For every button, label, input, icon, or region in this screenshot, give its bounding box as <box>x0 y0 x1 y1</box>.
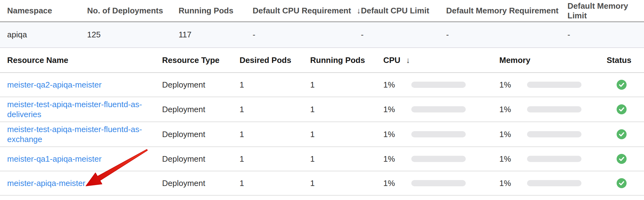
resource-row: meister-test-apiqa-meister-fluentd-as-de… <box>0 97 644 122</box>
column-header-label: Default CPU Limit <box>361 6 429 16</box>
running-pods-count: 1 <box>310 154 383 164</box>
desired-pods-count: 1 <box>240 154 310 164</box>
cpu-percent-label: 1% <box>383 130 411 139</box>
memory-usage-bar <box>527 82 581 88</box>
resource-type: Deployment <box>162 154 240 164</box>
status-cell <box>607 178 644 188</box>
cpu-usage-bar <box>411 156 466 162</box>
resource-name-cell: meister-test-apiqa-meister-fluentd-as-ex… <box>7 124 153 144</box>
cpu-percent-label: 1% <box>383 80 411 90</box>
resource-type: Deployment <box>162 105 240 114</box>
running-pods-count: 1 <box>310 179 383 188</box>
column-header-status[interactable]: Status <box>607 55 644 65</box>
resources-table: Resource NameResource TypeDesired PodsRu… <box>0 48 644 196</box>
column-header-label: Resource Type <box>162 55 219 65</box>
memory-percent-label: 1% <box>499 80 527 90</box>
column-header-no-of-deployments[interactable]: No. of Deployments <box>87 6 179 16</box>
memory-usage-cell: 1% <box>499 130 607 139</box>
running-pods-count: 1 <box>310 105 383 114</box>
cpu-usage-cell: 1% <box>383 80 499 90</box>
column-header-default-cpu-requirement[interactable]: Default CPU Requirement↓ <box>253 6 361 16</box>
resource-name-link[interactable]: meister-apiqa-meister <box>7 179 85 188</box>
column-header-resource-type[interactable]: Resource Type <box>162 55 240 65</box>
namespace-workloads-page: NamespaceNo. of DeploymentsRunning PodsD… <box>0 0 644 200</box>
cpu-usage-bar <box>411 106 466 112</box>
column-header-label: Default Memory Limit <box>567 1 644 21</box>
column-header-running-pods[interactable]: Running Pods <box>310 55 383 65</box>
column-header-label: Memory <box>499 55 530 65</box>
column-header-default-memory-requirement[interactable]: Default Memory Requirement <box>446 6 567 16</box>
memory-percent-label: 1% <box>499 154 527 164</box>
cpu-usage-bar <box>411 82 466 88</box>
desired-pods-count: 1 <box>240 80 310 90</box>
namespace-table-header-row: NamespaceNo. of DeploymentsRunning PodsD… <box>0 0 644 22</box>
resource-type: Deployment <box>162 179 240 188</box>
resource-name-link[interactable]: meister-test-apiqa-meister-fluentd-as-de… <box>7 100 142 119</box>
resource-name-link[interactable]: meister-qa2-apiqa-meister <box>7 80 101 89</box>
default-memory-limit-value: - <box>567 30 644 40</box>
column-header-namespace[interactable]: Namespace <box>7 6 87 16</box>
status-healthy-check-icon <box>617 154 627 164</box>
status-cell <box>607 129 644 139</box>
cpu-percent-label: 1% <box>383 154 411 164</box>
resource-name-cell: meister-apiqa-meister <box>7 178 153 188</box>
column-header-label: Namespace <box>7 6 52 16</box>
column-header-label: Status <box>607 55 631 65</box>
memory-usage-cell: 1% <box>499 179 607 188</box>
column-header-label: Running Pods <box>179 6 233 16</box>
cpu-usage-bar <box>411 180 466 186</box>
memory-percent-label: 1% <box>499 130 527 139</box>
column-header-desired-pods[interactable]: Desired Pods <box>240 55 310 65</box>
column-header-running-pods[interactable]: Running Pods <box>179 6 253 16</box>
resource-name-link[interactable]: meister-qa1-apiqa-meister <box>7 154 101 164</box>
cpu-usage-cell: 1% <box>383 105 499 114</box>
status-cell <box>607 104 644 114</box>
running-pods-count: 117 <box>179 30 253 40</box>
namespace-table: NamespaceNo. of DeploymentsRunning PodsD… <box>0 0 644 48</box>
memory-usage-bar <box>527 180 581 186</box>
status-healthy-check-icon <box>617 178 627 188</box>
memory-percent-label: 1% <box>499 179 527 188</box>
memory-usage-cell: 1% <box>499 154 607 164</box>
resource-type: Deployment <box>162 130 240 139</box>
memory-usage-cell: 1% <box>499 105 607 114</box>
default-cpu-limit-value: - <box>361 30 446 40</box>
cpu-percent-label: 1% <box>383 105 411 114</box>
sort-descending-icon: ↓ <box>357 6 361 16</box>
default-memory-requirement-value: - <box>446 30 567 40</box>
desired-pods-count: 1 <box>240 179 310 188</box>
running-pods-count: 1 <box>310 130 383 139</box>
cpu-percent-label: 1% <box>383 179 411 188</box>
desired-pods-count: 1 <box>240 130 310 139</box>
resource-name-cell: meister-qa1-apiqa-meister <box>7 154 153 164</box>
resources-table-header-row: Resource NameResource TypeDesired PodsRu… <box>0 48 644 73</box>
resource-name-cell: meister-test-apiqa-meister-fluentd-as-de… <box>7 99 153 119</box>
status-cell <box>607 154 644 164</box>
column-header-cpu[interactable]: CPU↓ <box>383 55 499 65</box>
resource-name-cell: meister-qa2-apiqa-meister <box>7 80 153 90</box>
resources-table-body: meister-qa2-apiqa-meister Deployment 1 1… <box>0 73 644 196</box>
column-header-resource-name[interactable]: Resource Name <box>7 55 162 65</box>
cpu-usage-bar <box>411 131 466 137</box>
status-healthy-check-icon <box>617 80 627 90</box>
column-header-default-memory-limit[interactable]: Default Memory Limit <box>567 1 644 21</box>
cpu-usage-cell: 1% <box>383 179 499 188</box>
cpu-usage-cell: 1% <box>383 130 499 139</box>
namespace-row: apiqa 125 117 - - - - <box>0 22 644 48</box>
memory-usage-bar <box>527 131 581 137</box>
resource-row: meister-apiqa-meister Deployment 1 1 1% … <box>0 171 644 196</box>
status-healthy-check-icon <box>617 129 627 139</box>
cpu-usage-cell: 1% <box>383 154 499 164</box>
resource-name-link[interactable]: meister-test-apiqa-meister-fluentd-as-ex… <box>7 125 142 144</box>
resource-row: meister-test-apiqa-meister-fluentd-as-ex… <box>0 122 644 147</box>
column-header-default-cpu-limit[interactable]: Default CPU Limit <box>361 6 446 16</box>
memory-usage-bar <box>527 156 581 162</box>
memory-usage-cell: 1% <box>499 80 607 90</box>
running-pods-count: 1 <box>310 80 383 90</box>
status-healthy-check-icon <box>617 104 627 114</box>
column-header-memory[interactable]: Memory <box>499 55 607 65</box>
column-header-label: CPU <box>383 55 400 65</box>
resource-row: meister-qa2-apiqa-meister Deployment 1 1… <box>0 73 644 97</box>
column-header-label: Default Memory Requirement <box>446 6 558 16</box>
column-header-label: Running Pods <box>310 55 365 65</box>
